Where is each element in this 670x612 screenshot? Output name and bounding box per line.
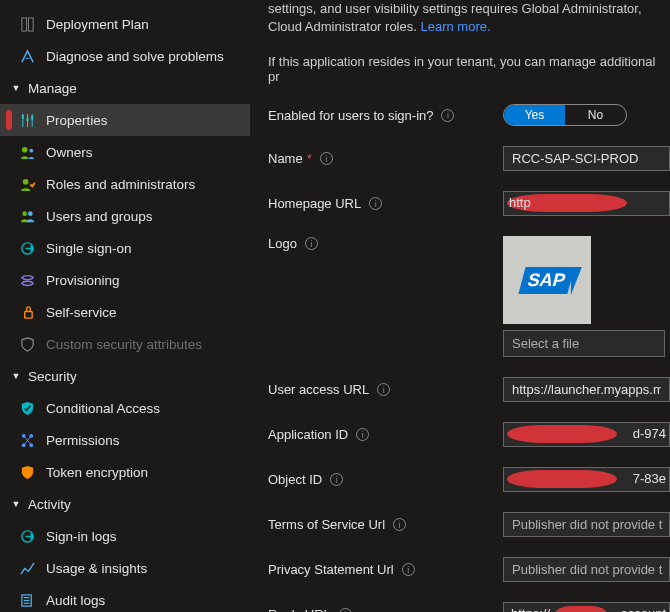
- sidebar-label: Properties: [46, 113, 108, 128]
- info-icon[interactable]: i: [330, 473, 343, 486]
- section-security[interactable]: ▼ Security: [0, 360, 250, 392]
- sidebar-label: Single sign-on: [46, 241, 132, 256]
- input-name[interactable]: [503, 146, 670, 171]
- section-label: Security: [28, 369, 77, 384]
- svg-point-10: [29, 148, 33, 152]
- learn-more-link[interactable]: Learn more.: [420, 19, 490, 34]
- permissions-icon: [16, 433, 38, 448]
- sidebar-item-self-service[interactable]: Self-service: [0, 296, 250, 328]
- sidebar-label: Sign-in logs: [46, 529, 117, 544]
- label-homepage: Homepage URL i: [268, 196, 503, 211]
- sidebar-label: Owners: [46, 145, 93, 160]
- redaction: [555, 606, 607, 612]
- usage-insights-icon: [16, 561, 38, 576]
- info-icon[interactable]: i: [356, 428, 369, 441]
- main-content: settings, and user visibility settings r…: [250, 0, 670, 612]
- label-user-access: User access URL i: [268, 382, 503, 397]
- chevron-down-icon: ▼: [10, 83, 22, 93]
- label-enabled: Enabled for users to sign-in? i: [268, 108, 503, 123]
- label-tos: Terms of Service Url i: [268, 517, 503, 532]
- book-icon: [16, 17, 38, 32]
- sidebar-item-custom-security[interactable]: Custom security attributes: [0, 328, 250, 360]
- chevron-down-icon: ▼: [10, 371, 22, 381]
- sidebar-item-properties[interactable]: Properties: [0, 104, 250, 136]
- sap-logo-icon: SAP: [519, 267, 575, 294]
- sidebar-label: Conditional Access: [46, 401, 160, 416]
- info-icon[interactable]: i: [441, 109, 454, 122]
- sidebar-item-roles[interactable]: Roles and administrators: [0, 168, 250, 200]
- svg-point-13: [27, 211, 32, 216]
- sidebar-item-conditional-access[interactable]: Conditional Access: [0, 392, 250, 424]
- conditional-access-icon: [16, 401, 38, 416]
- label-privacy: Privacy Statement Url i: [268, 562, 503, 577]
- audit-logs-icon: [16, 593, 38, 608]
- redaction: [507, 425, 617, 443]
- redaction: [507, 470, 617, 488]
- svg-point-11: [22, 178, 28, 184]
- label-objid: Object ID i: [268, 472, 503, 487]
- sidebar-item-permissions[interactable]: Permissions: [0, 424, 250, 456]
- sidebar-item-signin-logs[interactable]: Sign-in logs: [0, 520, 250, 552]
- sidebar-label: Token encryption: [46, 465, 148, 480]
- sidebar-item-users-groups[interactable]: Users and groups: [0, 200, 250, 232]
- sidebar-label: Usage & insights: [46, 561, 147, 576]
- self-service-icon: [16, 305, 38, 320]
- label-reply: Reply URL i: [268, 607, 503, 612]
- field-privacy: Publisher did not provide t: [503, 557, 670, 582]
- label-logo: Logo i: [268, 236, 503, 251]
- users-groups-icon: [16, 209, 38, 224]
- sidebar: Deployment Plan Diagnose and solve probl…: [0, 0, 250, 612]
- properties-icon: [16, 113, 38, 128]
- section-manage[interactable]: ▼ Manage: [0, 72, 250, 104]
- svg-point-9: [21, 146, 27, 152]
- sidebar-item-provisioning[interactable]: Provisioning: [0, 264, 250, 296]
- section-activity[interactable]: ▼ Activity: [0, 488, 250, 520]
- info-icon[interactable]: i: [320, 152, 333, 165]
- info-icon[interactable]: i: [369, 197, 382, 210]
- toggle-enabled[interactable]: Yes No: [503, 104, 627, 126]
- diagnose-icon: [16, 49, 38, 64]
- sidebar-item-audit-logs[interactable]: Audit logs: [0, 584, 250, 612]
- sidebar-label: Roles and administrators: [46, 177, 195, 192]
- owners-icon: [16, 145, 38, 160]
- sidebar-label: Permissions: [46, 433, 120, 448]
- sidebar-item-sso[interactable]: Single sign-on: [0, 232, 250, 264]
- info-icon[interactable]: i: [339, 608, 352, 612]
- logo-preview: SAP: [503, 236, 591, 324]
- toggle-no[interactable]: No: [565, 105, 626, 125]
- field-tos: Publisher did not provide t: [503, 512, 670, 537]
- sidebar-item-deployment-plan[interactable]: Deployment Plan: [0, 8, 250, 40]
- sidebar-item-diagnose[interactable]: Diagnose and solve problems: [0, 40, 250, 72]
- info-icon[interactable]: i: [402, 563, 415, 576]
- sidebar-label: Provisioning: [46, 273, 120, 288]
- svg-rect-0: [21, 17, 26, 30]
- description-text: settings, and user visibility settings r…: [268, 0, 670, 36]
- sidebar-label: Deployment Plan: [46, 17, 149, 32]
- info-icon[interactable]: i: [305, 237, 318, 250]
- roles-icon: [16, 177, 38, 192]
- token-encryption-icon: [16, 465, 38, 480]
- red-marker: [6, 110, 12, 130]
- sidebar-label: Self-service: [46, 305, 117, 320]
- input-user-access[interactable]: [503, 377, 670, 402]
- toggle-yes[interactable]: Yes: [504, 105, 565, 125]
- section-label: Manage: [28, 81, 77, 96]
- label-appid: Application ID i: [268, 427, 503, 442]
- svg-point-12: [22, 211, 27, 216]
- sidebar-label: Diagnose and solve problems: [46, 49, 224, 64]
- sidebar-label: Audit logs: [46, 593, 105, 608]
- provisioning-icon: [16, 273, 38, 288]
- sidebar-item-token-encryption[interactable]: Token encryption: [0, 456, 250, 488]
- chevron-down-icon: ▼: [10, 499, 22, 509]
- section-label: Activity: [28, 497, 71, 512]
- sidebar-item-usage-insights[interactable]: Usage & insights: [0, 552, 250, 584]
- signin-logs-icon: [16, 529, 38, 544]
- svg-rect-15: [24, 311, 32, 318]
- sso-icon: [16, 241, 38, 256]
- sidebar-label: Custom security attributes: [46, 337, 202, 352]
- description-text-2: If this application resides in your tena…: [268, 54, 670, 84]
- info-icon[interactable]: i: [393, 518, 406, 531]
- info-icon[interactable]: i: [377, 383, 390, 396]
- select-file-button[interactable]: Select a file: [503, 330, 665, 357]
- sidebar-item-owners[interactable]: Owners: [0, 136, 250, 168]
